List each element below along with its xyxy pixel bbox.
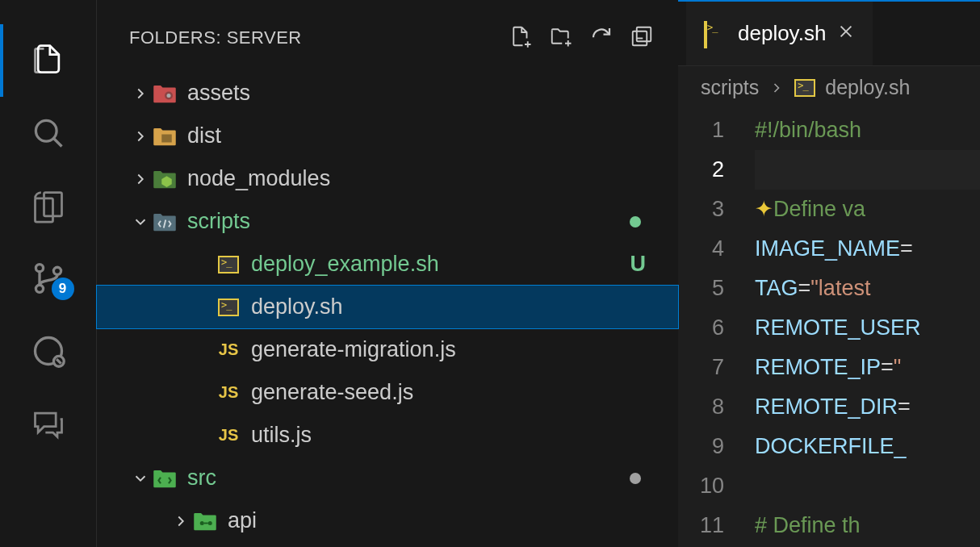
- file-generate-seed.js[interactable]: generate-seed.js: [97, 371, 678, 414]
- tree-label: generate-seed.js: [251, 380, 678, 405]
- refresh-button[interactable]: [589, 24, 614, 52]
- svg-line-1: [53, 139, 61, 147]
- file-tree: assetsdistnode_modulesscriptsdeploy_exam…: [97, 72, 678, 547]
- git-dot-icon: [630, 216, 641, 228]
- explorer-actions: [509, 24, 654, 52]
- code-line[interactable]: [755, 466, 980, 506]
- file-deploy_example.sh[interactable]: deploy_example.shU: [97, 243, 678, 286]
- new-folder-button[interactable]: [549, 24, 573, 52]
- svg-rect-14: [161, 134, 172, 142]
- tree-label: api: [228, 508, 678, 533]
- code-line[interactable]: [755, 150, 980, 190]
- token-str: "latest: [810, 276, 870, 300]
- code-line[interactable]: DOCKERFILE_: [755, 427, 980, 466]
- line-number: 3: [678, 190, 724, 229]
- line-number: 10: [678, 466, 724, 506]
- token-text: =: [798, 276, 811, 300]
- activity-source-control[interactable]: 9: [24, 242, 73, 315]
- chevron-right-icon[interactable]: [129, 125, 152, 148]
- chevron-down-icon[interactable]: [129, 467, 152, 490]
- code-editor[interactable]: 1234567891011 #!/bin/bash✦Define vaIMAGE…: [678, 109, 980, 547]
- folder-api[interactable]: api: [97, 499, 678, 542]
- js-icon: [216, 337, 241, 363]
- code-lines[interactable]: #!/bin/bash✦Define vaIMAGE_NAME=TAG="lat…: [755, 111, 980, 547]
- explorer-title: FOLDERS: SERVER: [129, 27, 302, 48]
- svg-point-6: [53, 267, 61, 274]
- refresh-icon: [589, 24, 614, 48]
- code-line[interactable]: REMOTE_USER: [755, 308, 980, 348]
- token-var: REMOTE_USER: [755, 315, 921, 340]
- chevron-right-icon: [769, 80, 785, 96]
- search-icon: [31, 115, 66, 151]
- svg-rect-9: [637, 27, 651, 42]
- sc-badge: 9: [52, 278, 74, 300]
- code-line[interactable]: #!/bin/bash: [755, 111, 980, 150]
- breadcrumb-item[interactable]: deploy.sh: [825, 76, 910, 99]
- tab-label: deploy.sh: [738, 21, 826, 46]
- folder-dist[interactable]: dist: [97, 115, 678, 157]
- collapse-button[interactable]: [630, 24, 654, 52]
- activity-timeline[interactable]: [24, 315, 73, 387]
- line-gutter: 1234567891011: [678, 111, 755, 547]
- chevron-right-icon[interactable]: [129, 82, 152, 105]
- new-file-icon: [509, 24, 533, 48]
- folder-api-icon: [192, 508, 218, 534]
- folder-src[interactable]: src: [97, 457, 678, 499]
- chevron-right-icon[interactable]: [170, 510, 192, 532]
- token-var: REMOTE_IP: [755, 355, 881, 379]
- activity-explorer[interactable]: [24, 24, 73, 97]
- tree-label: utils.js: [251, 423, 678, 448]
- explorer-sidebar: FOLDERS: SERVER assetsdistnode_modulessc…: [97, 0, 678, 547]
- editor-tabs: deploy.sh: [678, 0, 980, 66]
- collapse-icon: [630, 24, 654, 48]
- code-line[interactable]: REMOTE_DIR=: [755, 387, 980, 427]
- files-icon: [31, 43, 66, 78]
- line-number: 4: [678, 229, 724, 269]
- token-var: DOCKERFILE_: [755, 434, 907, 458]
- svg-point-13: [167, 94, 171, 98]
- file-utils.js[interactable]: utils.js: [97, 414, 678, 457]
- explorer-header: FOLDERS: SERVER: [97, 0, 678, 72]
- activity-chat[interactable]: [24, 387, 73, 460]
- file-generate-migration.js[interactable]: generate-migration.js: [97, 328, 678, 371]
- js-icon: [216, 380, 241, 406]
- token-text: =: [881, 355, 894, 379]
- breadcrumb[interactable]: scripts deploy.sh: [678, 66, 980, 109]
- activity-outline[interactable]: [24, 169, 73, 242]
- folder-node_modules[interactable]: node_modules: [97, 157, 678, 200]
- activity-bar: 9: [0, 0, 97, 547]
- editor-area: deploy.sh scripts deploy.sh 123456789101…: [678, 0, 980, 547]
- code-line[interactable]: TAG="latest: [755, 269, 980, 308]
- chevron-down-icon[interactable]: [129, 211, 152, 233]
- svg-point-5: [36, 285, 43, 292]
- code-line[interactable]: ✦Define va: [755, 190, 980, 229]
- close-icon: [837, 23, 855, 40]
- svg-point-15: [200, 521, 204, 525]
- tree-label: deploy_example.sh: [251, 252, 678, 277]
- git-dot-icon: [630, 473, 641, 484]
- token-comment: # Define th: [755, 513, 861, 537]
- chevron-right-icon[interactable]: [129, 168, 152, 190]
- file-deploy.sh[interactable]: deploy.sh: [97, 286, 678, 328]
- breadcrumb-item[interactable]: scripts: [701, 76, 759, 99]
- tree-label: assets: [187, 81, 678, 106]
- token-var: TAG: [755, 276, 798, 300]
- line-number: 2: [678, 150, 724, 190]
- line-number: 6: [678, 308, 724, 348]
- new-file-button[interactable]: [509, 24, 533, 52]
- code-line[interactable]: # Define th: [755, 506, 980, 545]
- folder-dist-icon: [152, 123, 178, 149]
- line-number: 11: [678, 506, 724, 545]
- folder-scripts[interactable]: scripts: [97, 200, 678, 243]
- shell-icon: [794, 79, 815, 97]
- line-number: 5: [678, 269, 724, 308]
- folder-scripts-icon: [152, 209, 178, 235]
- tab-close-button[interactable]: [837, 21, 855, 46]
- code-line[interactable]: REMOTE_IP=": [755, 348, 980, 387]
- tab-deploy-sh[interactable]: deploy.sh: [686, 2, 873, 65]
- folder-assets[interactable]: assets: [97, 72, 678, 115]
- shell-icon: [704, 23, 727, 45]
- code-line[interactable]: IMAGE_NAME=: [755, 229, 980, 269]
- activity-search[interactable]: [24, 97, 73, 169]
- line-number: 1: [678, 111, 724, 150]
